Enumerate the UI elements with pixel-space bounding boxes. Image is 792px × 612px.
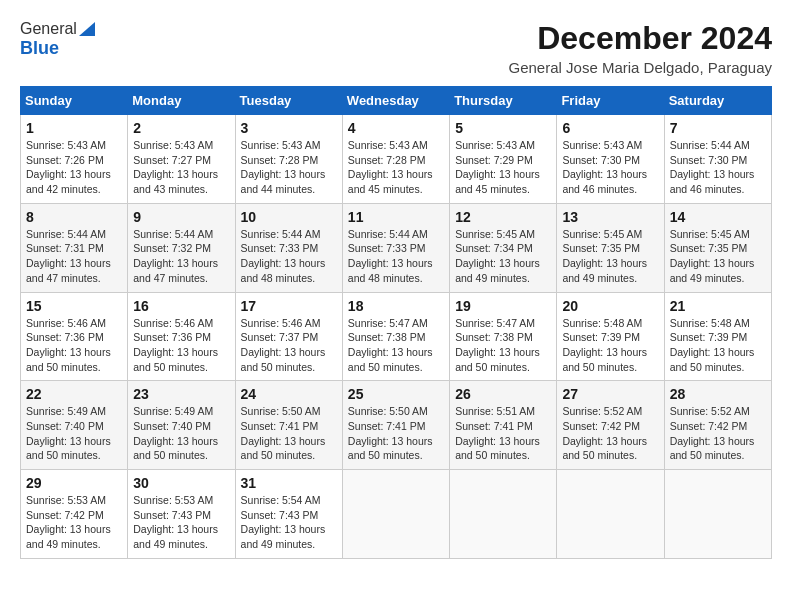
calendar-cell: 27 Sunrise: 5:52 AMSunset: 7:42 PMDaylig… — [557, 381, 664, 470]
calendar-cell: 25 Sunrise: 5:50 AMSunset: 7:41 PMDaylig… — [342, 381, 449, 470]
calendar-cell: 21 Sunrise: 5:48 AMSunset: 7:39 PMDaylig… — [664, 292, 771, 381]
calendar-cell: 18 Sunrise: 5:47 AMSunset: 7:38 PMDaylig… — [342, 292, 449, 381]
calendar-week-row: 22 Sunrise: 5:49 AMSunset: 7:40 PMDaylig… — [21, 381, 772, 470]
month-title: December 2024 — [509, 20, 772, 57]
calendar-cell: 15 Sunrise: 5:46 AMSunset: 7:36 PMDaylig… — [21, 292, 128, 381]
header: General Blue December 2024 General Jose … — [20, 20, 772, 76]
day-info: Sunrise: 5:47 AMSunset: 7:38 PMDaylight:… — [348, 317, 433, 373]
day-info: Sunrise: 5:43 AMSunset: 7:30 PMDaylight:… — [562, 139, 647, 195]
day-number: 23 — [133, 386, 229, 402]
day-number: 2 — [133, 120, 229, 136]
day-number: 19 — [455, 298, 551, 314]
day-number: 17 — [241, 298, 337, 314]
day-header-wednesday: Wednesday — [342, 87, 449, 115]
day-header-saturday: Saturday — [664, 87, 771, 115]
calendar-cell: 10 Sunrise: 5:44 AMSunset: 7:33 PMDaylig… — [235, 203, 342, 292]
day-number: 13 — [562, 209, 658, 225]
day-info: Sunrise: 5:49 AMSunset: 7:40 PMDaylight:… — [133, 405, 218, 461]
day-info: Sunrise: 5:44 AMSunset: 7:31 PMDaylight:… — [26, 228, 111, 284]
calendar-week-row: 1 Sunrise: 5:43 AMSunset: 7:26 PMDayligh… — [21, 115, 772, 204]
calendar-cell: 12 Sunrise: 5:45 AMSunset: 7:34 PMDaylig… — [450, 203, 557, 292]
day-info: Sunrise: 5:43 AMSunset: 7:28 PMDaylight:… — [241, 139, 326, 195]
calendar-cell: 13 Sunrise: 5:45 AMSunset: 7:35 PMDaylig… — [557, 203, 664, 292]
calendar-cell: 1 Sunrise: 5:43 AMSunset: 7:26 PMDayligh… — [21, 115, 128, 204]
day-info: Sunrise: 5:43 AMSunset: 7:27 PMDaylight:… — [133, 139, 218, 195]
calendar-cell: 5 Sunrise: 5:43 AMSunset: 7:29 PMDayligh… — [450, 115, 557, 204]
calendar-week-row: 8 Sunrise: 5:44 AMSunset: 7:31 PMDayligh… — [21, 203, 772, 292]
calendar-header-row: SundayMondayTuesdayWednesdayThursdayFrid… — [21, 87, 772, 115]
calendar-body: 1 Sunrise: 5:43 AMSunset: 7:26 PMDayligh… — [21, 115, 772, 559]
day-header-monday: Monday — [128, 87, 235, 115]
day-number: 6 — [562, 120, 658, 136]
day-number: 29 — [26, 475, 122, 491]
day-number: 31 — [241, 475, 337, 491]
calendar-cell: 22 Sunrise: 5:49 AMSunset: 7:40 PMDaylig… — [21, 381, 128, 470]
day-info: Sunrise: 5:44 AMSunset: 7:32 PMDaylight:… — [133, 228, 218, 284]
calendar-week-row: 15 Sunrise: 5:46 AMSunset: 7:36 PMDaylig… — [21, 292, 772, 381]
day-number: 3 — [241, 120, 337, 136]
logo-blue-text: Blue — [20, 38, 59, 59]
calendar-cell: 28 Sunrise: 5:52 AMSunset: 7:42 PMDaylig… — [664, 381, 771, 470]
calendar-table: SundayMondayTuesdayWednesdayThursdayFrid… — [20, 86, 772, 559]
day-info: Sunrise: 5:46 AMSunset: 7:36 PMDaylight:… — [26, 317, 111, 373]
calendar-cell: 26 Sunrise: 5:51 AMSunset: 7:41 PMDaylig… — [450, 381, 557, 470]
day-number: 9 — [133, 209, 229, 225]
calendar-cell: 19 Sunrise: 5:47 AMSunset: 7:38 PMDaylig… — [450, 292, 557, 381]
calendar-cell — [664, 470, 771, 559]
calendar-cell: 7 Sunrise: 5:44 AMSunset: 7:30 PMDayligh… — [664, 115, 771, 204]
calendar-cell: 17 Sunrise: 5:46 AMSunset: 7:37 PMDaylig… — [235, 292, 342, 381]
day-number: 15 — [26, 298, 122, 314]
logo: General Blue — [20, 20, 95, 59]
logo-arrow-icon — [79, 22, 95, 36]
calendar-cell — [450, 470, 557, 559]
day-number: 24 — [241, 386, 337, 402]
day-info: Sunrise: 5:48 AMSunset: 7:39 PMDaylight:… — [562, 317, 647, 373]
day-number: 28 — [670, 386, 766, 402]
calendar-cell: 2 Sunrise: 5:43 AMSunset: 7:27 PMDayligh… — [128, 115, 235, 204]
day-header-thursday: Thursday — [450, 87, 557, 115]
day-number: 27 — [562, 386, 658, 402]
calendar-cell: 30 Sunrise: 5:53 AMSunset: 7:43 PMDaylig… — [128, 470, 235, 559]
day-info: Sunrise: 5:43 AMSunset: 7:28 PMDaylight:… — [348, 139, 433, 195]
day-info: Sunrise: 5:50 AMSunset: 7:41 PMDaylight:… — [241, 405, 326, 461]
day-number: 25 — [348, 386, 444, 402]
day-info: Sunrise: 5:49 AMSunset: 7:40 PMDaylight:… — [26, 405, 111, 461]
day-info: Sunrise: 5:50 AMSunset: 7:41 PMDaylight:… — [348, 405, 433, 461]
day-header-sunday: Sunday — [21, 87, 128, 115]
calendar-cell: 23 Sunrise: 5:49 AMSunset: 7:40 PMDaylig… — [128, 381, 235, 470]
calendar-week-row: 29 Sunrise: 5:53 AMSunset: 7:42 PMDaylig… — [21, 470, 772, 559]
day-number: 21 — [670, 298, 766, 314]
calendar-cell: 14 Sunrise: 5:45 AMSunset: 7:35 PMDaylig… — [664, 203, 771, 292]
day-number: 22 — [26, 386, 122, 402]
calendar-cell: 31 Sunrise: 5:54 AMSunset: 7:43 PMDaylig… — [235, 470, 342, 559]
day-number: 20 — [562, 298, 658, 314]
day-header-friday: Friday — [557, 87, 664, 115]
day-info: Sunrise: 5:51 AMSunset: 7:41 PMDaylight:… — [455, 405, 540, 461]
calendar-cell: 29 Sunrise: 5:53 AMSunset: 7:42 PMDaylig… — [21, 470, 128, 559]
day-number: 4 — [348, 120, 444, 136]
day-info: Sunrise: 5:52 AMSunset: 7:42 PMDaylight:… — [670, 405, 755, 461]
calendar-cell: 11 Sunrise: 5:44 AMSunset: 7:33 PMDaylig… — [342, 203, 449, 292]
day-number: 11 — [348, 209, 444, 225]
day-info: Sunrise: 5:48 AMSunset: 7:39 PMDaylight:… — [670, 317, 755, 373]
day-info: Sunrise: 5:44 AMSunset: 7:33 PMDaylight:… — [241, 228, 326, 284]
day-info: Sunrise: 5:44 AMSunset: 7:30 PMDaylight:… — [670, 139, 755, 195]
calendar-cell: 4 Sunrise: 5:43 AMSunset: 7:28 PMDayligh… — [342, 115, 449, 204]
day-info: Sunrise: 5:46 AMSunset: 7:36 PMDaylight:… — [133, 317, 218, 373]
day-number: 7 — [670, 120, 766, 136]
day-info: Sunrise: 5:45 AMSunset: 7:35 PMDaylight:… — [670, 228, 755, 284]
calendar-cell — [557, 470, 664, 559]
calendar-cell: 8 Sunrise: 5:44 AMSunset: 7:31 PMDayligh… — [21, 203, 128, 292]
day-number: 14 — [670, 209, 766, 225]
day-info: Sunrise: 5:45 AMSunset: 7:35 PMDaylight:… — [562, 228, 647, 284]
day-info: Sunrise: 5:52 AMSunset: 7:42 PMDaylight:… — [562, 405, 647, 461]
day-info: Sunrise: 5:54 AMSunset: 7:43 PMDaylight:… — [241, 494, 326, 550]
day-number: 8 — [26, 209, 122, 225]
title-area: December 2024 General Jose Maria Delgado… — [509, 20, 772, 76]
day-number: 1 — [26, 120, 122, 136]
day-info: Sunrise: 5:53 AMSunset: 7:43 PMDaylight:… — [133, 494, 218, 550]
day-info: Sunrise: 5:47 AMSunset: 7:38 PMDaylight:… — [455, 317, 540, 373]
day-number: 10 — [241, 209, 337, 225]
calendar-cell — [342, 470, 449, 559]
calendar-cell: 24 Sunrise: 5:50 AMSunset: 7:41 PMDaylig… — [235, 381, 342, 470]
